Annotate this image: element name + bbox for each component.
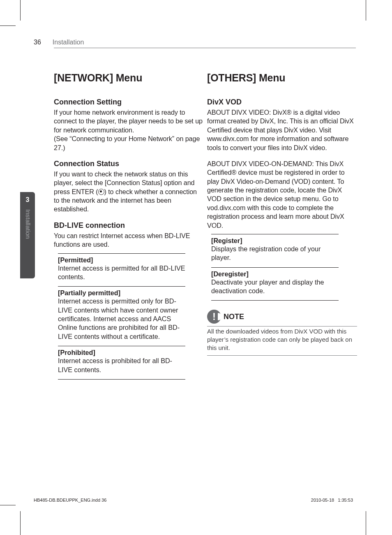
footer: HB485-DB.BDEUPPK_ENG.indd 36 2010-05-18 …	[34, 498, 353, 503]
crop-mark	[366, 511, 366, 535]
page-number: 36	[34, 39, 41, 46]
chapter-number: 3	[20, 196, 35, 204]
option-title: [Permitted]	[58, 256, 185, 264]
body-text: If your home network environment is read…	[54, 108, 204, 152]
right-column: [OTHERS] Menu DivX VOD ABOUT DIVX VIDEO:…	[207, 72, 357, 356]
heading-divx-vod: DivX VOD	[207, 98, 357, 107]
heading-network-menu: [NETWORK] Menu	[54, 72, 204, 84]
heading-bd-live: BD-LIVE connection	[54, 221, 204, 230]
heading-connection-status: Connection Status	[54, 160, 204, 168]
footer-date: 2010-05-18	[311, 498, 334, 503]
rule	[211, 267, 339, 268]
option-title: [Register]	[211, 237, 339, 245]
note-body: All the downloaded videos from DivX VOD …	[207, 326, 357, 355]
chapter-tab: 3 Installation	[20, 192, 35, 278]
option-list: [Permitted] Internet access is permitted…	[58, 253, 185, 380]
rule	[58, 346, 185, 346]
running-head: 36 Installation	[34, 39, 84, 46]
option-title: [Deregister]	[211, 270, 339, 278]
footer-time: 1:35:53	[338, 498, 353, 503]
left-column: [NETWORK] Menu Connection Setting If you…	[54, 72, 204, 382]
body-text: If you want to check the network status …	[54, 170, 204, 214]
rule	[211, 234, 339, 234]
note-header: ! NOTE	[207, 310, 357, 324]
body-text: ABOUT DIVX VIDEO: DivX® is a digital vid…	[207, 108, 357, 152]
option-body: Displays the registration code of your p…	[211, 245, 339, 264]
note-label: NOTE	[224, 313, 244, 321]
option-title: [Prohibited]	[58, 349, 185, 357]
option-body: Internet access is permitted only for BD…	[58, 297, 185, 343]
option-body: Internet access is prohibited for all BD…	[58, 357, 185, 376]
chapter-label: Installation	[23, 209, 32, 275]
option-list: [Register] Displays the registration cod…	[211, 234, 339, 301]
page: 36 Installation 3 Installation [NETWORK]…	[20, 25, 367, 506]
attention-icon: !	[207, 310, 221, 324]
crop-mark	[0, 505, 16, 505]
crop-mark	[366, 0, 366, 21]
header-rule	[54, 48, 356, 48]
heading-connection-setting: Connection Setting	[54, 98, 204, 107]
body-text: You can restrict Internet access when BD…	[54, 232, 204, 249]
rule	[58, 253, 185, 254]
footer-file: HB485-DB.BDEUPPK_ENG.indd 36	[34, 498, 106, 503]
rule	[211, 300, 339, 301]
enter-button-icon	[98, 189, 104, 195]
rule	[58, 286, 185, 287]
footer-datetime: 2010-05-18 1:35:53	[311, 498, 353, 503]
section-name: Installation	[53, 39, 84, 46]
option-body: Deactivate your player and display the d…	[211, 278, 339, 297]
crop-mark	[20, 0, 21, 21]
note-block: ! NOTE All the downloaded videos from Di…	[207, 310, 357, 355]
option-title: [Partially permitted]	[58, 289, 185, 297]
heading-others-menu: [OTHERS] Menu	[207, 72, 357, 84]
option-body: Internet access is permitted for all BD-…	[58, 264, 185, 283]
body-text: ABOUT DIVX VIDEO-ON-DEMAND: This DivX Ce…	[207, 160, 357, 230]
rule	[58, 379, 185, 380]
crop-mark	[0, 25, 16, 26]
crop-mark	[20, 511, 21, 535]
